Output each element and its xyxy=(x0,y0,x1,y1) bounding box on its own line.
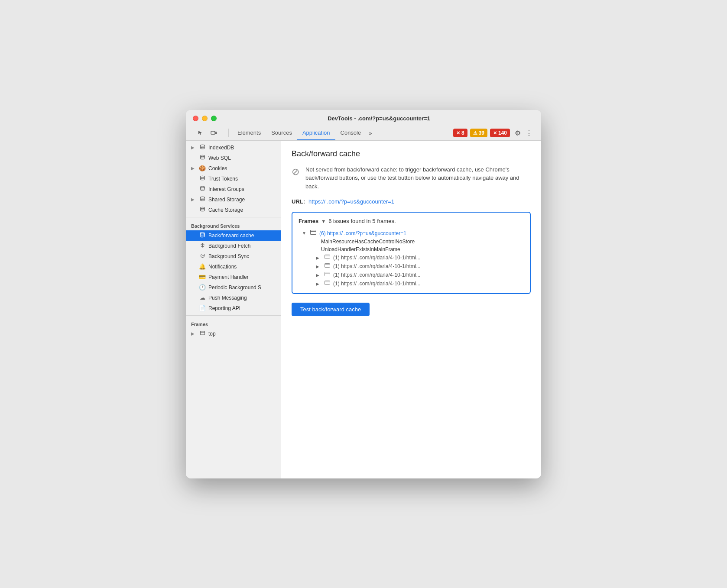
cursor-icon[interactable] xyxy=(195,127,207,139)
warning-count: 39 xyxy=(479,130,484,136)
sub-frame-2-url: (1) https:// .com/rq/darla/4-10-1/html..… xyxy=(333,263,420,269)
sidebar-label-interest-groups: Interest Groups xyxy=(208,186,244,192)
sub-frame-4-expand[interactable]: ▶ xyxy=(316,281,321,286)
sidebar-item-indexeddb[interactable]: ▶ IndexedDB xyxy=(186,142,281,153)
database-icon-ss xyxy=(199,196,206,203)
sidebar-item-background-sync[interactable]: Background Sync xyxy=(186,251,281,262)
badge-group: ✕ 8 ⚠ 39 ✕ 140 xyxy=(453,129,510,137)
no-entry-icon: ⊘ xyxy=(292,166,299,178)
tab-elements[interactable]: Elements xyxy=(232,126,266,140)
svg-point-6 xyxy=(200,197,204,198)
sub-frame-row-3[interactable]: ▶ (1) https:// .com/rq/darla/4-10-1/html… xyxy=(299,271,524,279)
sidebar-label-cookies: Cookies xyxy=(208,165,227,171)
sub-frame-row-4[interactable]: ▶ (1) https:// .com/rq/darla/4-10-1/html… xyxy=(299,279,524,288)
more-options-icon[interactable]: ⋮ xyxy=(524,127,534,139)
sidebar-item-cache-storage[interactable]: Cache Storage xyxy=(186,205,281,215)
settings-icon[interactable]: ⚙ xyxy=(512,127,524,139)
svg-point-8 xyxy=(200,232,204,233)
sidebar-item-background-fetch[interactable]: Background Fetch xyxy=(186,241,281,251)
toolbar-icons xyxy=(195,127,220,139)
card-icon: 💳 xyxy=(199,274,206,280)
expand-icon-top: ▶ xyxy=(191,331,196,336)
info-text: Not served from back/forward cache: to t… xyxy=(305,165,531,191)
warning-icon: ⚠ xyxy=(473,130,477,136)
sidebar-item-notifications[interactable]: 🔔 Notifications xyxy=(186,262,281,272)
more-tabs-button[interactable]: » xyxy=(366,126,374,140)
svg-point-5 xyxy=(200,186,204,188)
sub-frame-1-count: (1) https:// xyxy=(333,255,357,261)
sidebar-item-interest-groups[interactable]: Interest Groups xyxy=(186,184,281,194)
sidebar-item-trust-tokens[interactable]: Trust Tokens xyxy=(186,174,281,184)
sidebar-separator xyxy=(186,217,281,217)
main-frame-expand-icon[interactable]: ▼ xyxy=(302,231,307,236)
sidebar-item-websql[interactable]: Web SQL xyxy=(186,153,281,163)
tab-sources[interactable]: Sources xyxy=(266,126,297,140)
sub-frame-2-count: (1) https:// xyxy=(333,263,357,269)
svg-rect-11 xyxy=(311,230,316,235)
sidebar-label-bfc: Back/forward cache xyxy=(208,233,254,239)
sidebar-label-websql: Web SQL xyxy=(208,155,231,161)
traffic-lights xyxy=(193,116,217,121)
main-frame-row[interactable]: ▼ (6) https:// .com/?p=us&guccounter=1 xyxy=(299,229,524,238)
sidebar-label-bf: Background Fetch xyxy=(208,243,250,249)
sub-frame-1-icon xyxy=(324,255,331,261)
sidebar-label-trust-tokens: Trust Tokens xyxy=(208,176,238,182)
titlebar: DevTools - .com/?p=us&guccounter=1 Elem xyxy=(186,110,541,141)
device-icon[interactable] xyxy=(208,127,220,139)
clock-icon: 🕐 xyxy=(199,284,206,291)
issue-1: MainResourceHasCacheControlNoStore xyxy=(299,238,524,246)
main-frame-url-end: .com/?p=us&guccounter=1 xyxy=(344,230,406,236)
sidebar-item-top-frame[interactable]: ▶ top xyxy=(186,329,281,339)
sub-frame-row-2[interactable]: ▶ (1) https:// .com/rq/darla/4-10-1/html… xyxy=(299,262,524,271)
error-badge[interactable]: ✕ 8 xyxy=(453,129,467,137)
background-services-header: Background Services xyxy=(186,219,281,230)
sidebar-item-payment-handler[interactable]: 💳 Payment Handler xyxy=(186,272,281,282)
frame-icon-top xyxy=(199,330,206,337)
info-box: ⊘ Not served from back/forward cache: to… xyxy=(292,165,531,191)
arrows-icon xyxy=(199,242,206,249)
sidebar-separator-2 xyxy=(186,315,281,316)
sub-frame-3-expand[interactable]: ▶ xyxy=(316,273,321,278)
info-icon: ✕ xyxy=(493,130,497,136)
sync-icon xyxy=(199,253,206,260)
sub-frame-row-1[interactable]: ▶ (1) https:// .com/rq/darla/4-10-1/html… xyxy=(299,253,524,262)
sidebar-item-periodic-background[interactable]: 🕐 Periodic Background S xyxy=(186,282,281,293)
database-icon xyxy=(199,144,206,151)
expand-icon-ss: ▶ xyxy=(191,197,196,202)
sidebar-label-pbs: Periodic Background S xyxy=(208,284,261,291)
sub-frame-1-expand[interactable]: ▶ xyxy=(316,255,321,260)
maximize-button[interactable] xyxy=(211,116,217,121)
warning-badge[interactable]: ⚠ 39 xyxy=(470,129,487,137)
sidebar-label-ph: Payment Handler xyxy=(208,274,249,280)
sub-frame-3-count: (1) https:// xyxy=(333,272,357,278)
frames-count: 6 issues found in 5 frames. xyxy=(328,218,396,224)
tab-console[interactable]: Console xyxy=(335,126,367,140)
frames-header: Frames ▼ 6 issues found in 5 frames. xyxy=(299,218,524,224)
svg-rect-1 xyxy=(215,132,217,134)
tab-application[interactable]: Application xyxy=(297,126,335,140)
frames-collapse-icon[interactable]: ▼ xyxy=(321,219,326,224)
svg-rect-17 xyxy=(325,272,330,276)
sidebar-item-shared-storage[interactable]: ▶ Shared Storage xyxy=(186,194,281,205)
sub-frame-3-url-end: .com/rq/darla/4-10-1/html... xyxy=(358,272,420,278)
sub-frame-2-url-end: .com/rq/darla/4-10-1/html... xyxy=(358,263,420,269)
svg-point-7 xyxy=(200,207,204,209)
svg-rect-15 xyxy=(325,264,330,268)
sub-frame-2-icon xyxy=(324,263,331,269)
close-button[interactable] xyxy=(193,116,198,121)
sidebar-item-push-messaging[interactable]: ☁ Push Messaging xyxy=(186,293,281,303)
database-icon-tt xyxy=(199,175,206,182)
expand-icon: ▶ xyxy=(191,145,196,150)
svg-rect-0 xyxy=(211,131,215,134)
info-badge[interactable]: ✕ 140 xyxy=(490,129,510,137)
sidebar-item-back-forward-cache[interactable]: Back/forward cache xyxy=(186,230,281,241)
sub-frame-2-expand[interactable]: ▶ xyxy=(316,264,321,269)
minimize-button[interactable] xyxy=(202,116,208,121)
main-frame-url-start: https:// xyxy=(327,230,343,236)
test-back-forward-button[interactable]: Test back/forward cache xyxy=(292,303,370,316)
error-icon: ✕ xyxy=(456,130,460,136)
sidebar-item-cookies[interactable]: ▶ 🍪 Cookies xyxy=(186,163,281,174)
sidebar-item-reporting-api[interactable]: 📄 Reporting API xyxy=(186,303,281,313)
sidebar-label-notif: Notifications xyxy=(208,264,237,270)
sub-frame-4-icon xyxy=(324,281,331,287)
